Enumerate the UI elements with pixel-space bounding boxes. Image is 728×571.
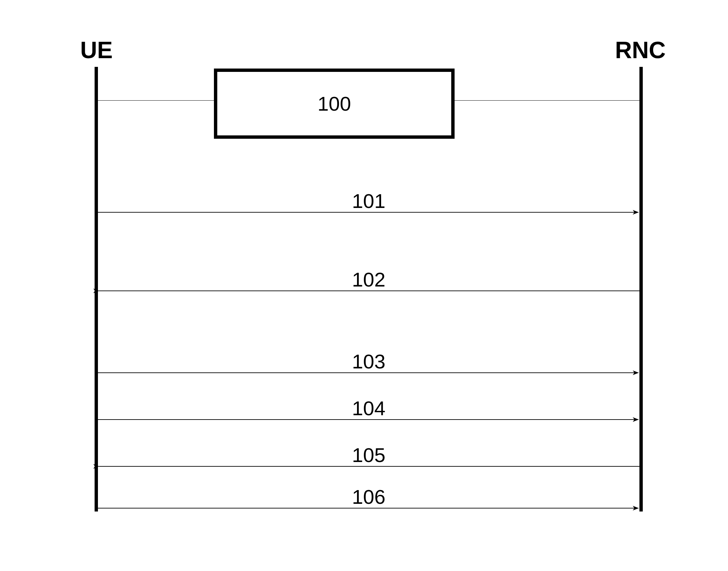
sequence-diagram: UE RNC 100 101 102 103 104: [0, 0, 728, 571]
message-label: 104: [352, 397, 385, 420]
state-connector-right: [455, 100, 639, 101]
message-label: 102: [352, 268, 385, 291]
state-connector-left: [98, 100, 214, 101]
message-label: 106: [352, 485, 385, 508]
state-box: 100: [214, 69, 455, 139]
message-label: 105: [352, 444, 385, 467]
participant-label-right: RNC: [615, 37, 666, 64]
message-label: 101: [352, 190, 385, 213]
lifeline-right: [639, 67, 643, 511]
lifeline-left: [95, 67, 98, 511]
state-box-label: 100: [318, 92, 351, 115]
message-label: 103: [352, 350, 385, 373]
participant-label-left: UE: [80, 37, 113, 64]
